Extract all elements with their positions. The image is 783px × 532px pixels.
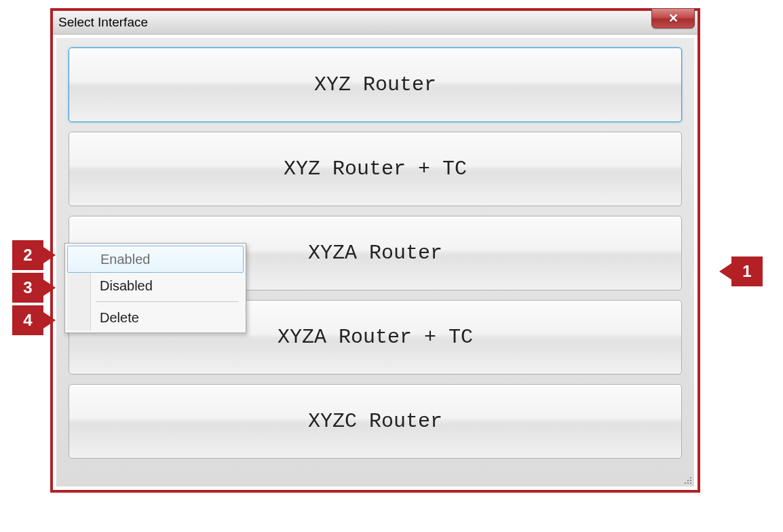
callout-2: 2 (12, 240, 43, 270)
menu-item-label: Enabled (100, 252, 150, 267)
interface-option-label: XYZA Router (308, 242, 442, 265)
menu-separator (96, 301, 238, 302)
callout-number: 1 (742, 262, 751, 281)
close-x-icon: ✕ (668, 11, 679, 26)
menu-item-label: Disabled (100, 278, 153, 294)
callout-number: 3 (23, 278, 32, 297)
interface-option-label: XYZC Router (308, 410, 442, 433)
interface-option-xyz-router[interactable]: XYZ Router (69, 48, 682, 122)
interface-option-label: XYZ Router (314, 73, 436, 96)
callout-number: 4 (23, 311, 32, 330)
interface-option-xyzc-router[interactable]: XYZC Router (69, 384, 682, 459)
callout-3: 3 (12, 273, 43, 303)
interface-option-xyz-router-tc[interactable]: XYZ Router + TC (69, 132, 682, 206)
menu-item-delete[interactable]: Delete (67, 305, 244, 330)
menu-item-disabled[interactable]: Disabled (67, 273, 244, 299)
menu-item-label: Delete (100, 310, 139, 326)
interface-option-label: XYZ Router + TC (284, 157, 467, 180)
window-title: Select Interface (58, 15, 148, 30)
close-button[interactable]: ✕ (651, 8, 695, 28)
titlebar[interactable]: Select Interface ✕ (53, 11, 698, 35)
callout-number: 2 (23, 246, 32, 265)
context-menu: Enabled Disabled Delete (64, 243, 246, 333)
menu-item-enabled[interactable]: Enabled (67, 246, 244, 273)
interface-option-label: XYZA Router + TC (278, 326, 473, 349)
callout-4: 4 (12, 305, 43, 335)
callout-1: 1 (731, 256, 763, 286)
resize-grip-icon[interactable] (682, 474, 693, 485)
